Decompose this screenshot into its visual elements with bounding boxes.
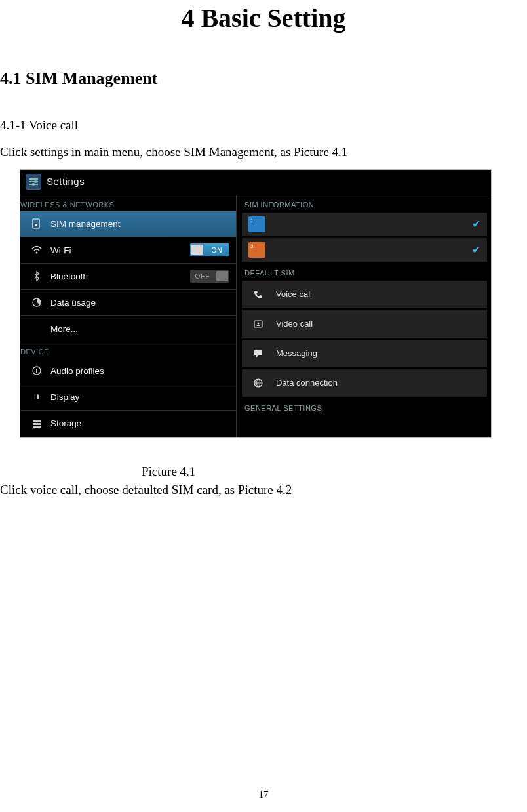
globe-icon — [252, 378, 264, 388]
bluetooth-icon — [31, 271, 43, 281]
nav-sim-management[interactable]: SIM management — [20, 211, 236, 237]
nav-label: More... — [50, 324, 78, 334]
nav-data-usage[interactable]: Data usage — [20, 290, 236, 316]
messaging-icon — [252, 348, 264, 359]
nav-display[interactable]: Display — [20, 384, 236, 411]
svg-rect-12 — [254, 350, 262, 355]
default-label: Voice call — [276, 289, 312, 299]
default-label: Data connection — [276, 378, 338, 388]
settings-screenshot: Settings WIRELESS & NETWORKS SIM managem… — [20, 169, 492, 438]
nav-wifi[interactable]: Wi-Fi ON — [20, 237, 236, 264]
svg-rect-9 — [33, 426, 41, 428]
nav-label: Audio profiles — [50, 366, 104, 376]
phone-icon — [252, 289, 264, 300]
instruction-text: Click settings in main menu, choose SIM … — [0, 142, 527, 169]
settings-nav: WIRELESS & NETWORKS SIM management Wi-Fi… — [20, 195, 237, 437]
sim-management-panel: SIM INFORMATION 1 ✔ 2 ✔ DEFAULT SIM Voic… — [237, 195, 491, 437]
app-title: Settings — [47, 176, 85, 187]
subsection-label: 4.1-1 Voice call — [0, 115, 527, 142]
svg-point-2 — [36, 252, 38, 254]
sim-slot-2[interactable]: 2 ✔ — [242, 238, 487, 262]
default-data-connection[interactable]: Data connection — [242, 369, 487, 397]
header-default-sim: DEFAULT SIM — [242, 264, 491, 281]
header-sim-info: SIM INFORMATION — [242, 195, 491, 213]
header-general-settings: GENERAL SETTINGS — [242, 399, 491, 416]
default-label: Messaging — [276, 348, 317, 358]
svg-rect-1 — [35, 224, 37, 226]
nav-bluetooth[interactable]: Bluetooth OFF — [20, 264, 236, 290]
sim-icon — [31, 218, 43, 229]
nav-label: Storage — [50, 418, 81, 428]
page-number: 17 — [0, 789, 527, 800]
display-icon — [31, 392, 43, 402]
svg-point-11 — [258, 322, 260, 324]
app-header: Settings — [20, 170, 491, 195]
sim2-chip-icon: 2 — [248, 242, 265, 258]
category-wireless: WIRELESS & NETWORKS — [20, 195, 236, 211]
nav-more[interactable]: More... — [20, 316, 236, 342]
nav-label: Display — [50, 392, 79, 402]
check-icon: ✔ — [472, 218, 480, 230]
sim-slot-1[interactable]: 1 ✔ — [242, 213, 487, 236]
wifi-icon — [31, 245, 43, 255]
default-voice-call[interactable]: Voice call — [242, 281, 487, 308]
bluetooth-toggle[interactable]: OFF — [190, 270, 229, 283]
nav-label: SIM management — [50, 219, 121, 229]
wifi-toggle[interactable]: ON — [190, 243, 229, 256]
svg-rect-5 — [36, 369, 37, 373]
sim1-chip-icon: 1 — [248, 216, 265, 232]
svg-rect-7 — [33, 420, 41, 422]
nav-storage[interactable]: Storage — [20, 411, 236, 437]
default-messaging[interactable]: Messaging — [242, 340, 487, 367]
storage-icon — [31, 418, 43, 429]
nav-label: Bluetooth — [50, 272, 88, 281]
figure-caption: Picture 4.1 — [0, 438, 527, 479]
default-video-call[interactable]: Video call — [242, 310, 487, 338]
check-icon: ✔ — [472, 243, 480, 256]
instruction-text-2: Click voice call, choose defaulted SIM c… — [0, 479, 527, 497]
section-heading: 4.1 SIM Management — [0, 69, 527, 115]
default-label: Video call — [276, 319, 313, 329]
nav-label: Data usage — [50, 298, 96, 308]
nav-label: Wi-Fi — [50, 245, 71, 255]
data-usage-icon — [31, 297, 43, 308]
video-call-icon — [252, 319, 264, 329]
nav-audio-profiles[interactable]: Audio profiles — [20, 358, 236, 384]
category-device: DEVICE — [20, 342, 236, 358]
audio-icon — [31, 365, 43, 376]
chapter-title: 4 Basic Setting — [0, 0, 527, 69]
settings-app-icon — [26, 174, 41, 190]
svg-rect-8 — [33, 423, 41, 425]
